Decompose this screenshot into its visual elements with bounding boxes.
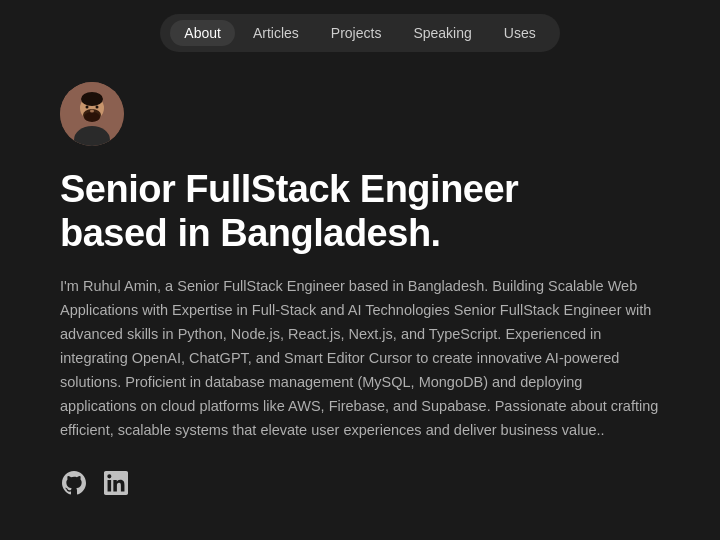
nav-item-uses[interactable]: Uses [490, 20, 550, 46]
avatar-container [60, 82, 660, 146]
nav-item-articles[interactable]: Articles [239, 20, 313, 46]
nav-pill: About Articles Projects Speaking Uses [160, 14, 559, 52]
bio-text: I'm Ruhul Amin, a Senior FullStack Engin… [60, 275, 660, 442]
svg-point-3 [81, 92, 103, 106]
linkedin-icon [104, 471, 128, 495]
svg-point-8 [90, 110, 94, 113]
nav-item-about[interactable]: About [170, 20, 235, 46]
nav-item-projects[interactable]: Projects [317, 20, 396, 46]
main-content: Senior FullStack Engineer based in Bangl… [0, 62, 720, 527]
navigation: About Articles Projects Speaking Uses [0, 0, 720, 62]
linkedin-link[interactable] [102, 469, 130, 497]
nav-item-speaking[interactable]: Speaking [399, 20, 485, 46]
github-link[interactable] [60, 469, 88, 497]
github-icon [62, 471, 86, 495]
avatar [60, 82, 124, 146]
svg-point-5 [84, 112, 100, 122]
svg-point-7 [96, 106, 99, 109]
svg-point-6 [86, 106, 89, 109]
heading-line1: Senior FullStack Engineer [60, 168, 518, 210]
avatar-image [60, 82, 124, 146]
heading-line2: based in Bangladesh. [60, 212, 441, 254]
page-heading: Senior FullStack Engineer based in Bangl… [60, 168, 660, 255]
social-links [60, 469, 660, 497]
